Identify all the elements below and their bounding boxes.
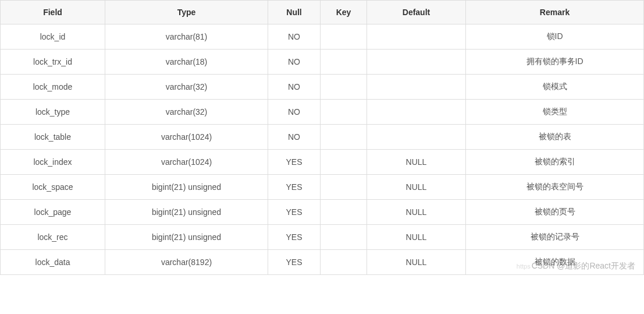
table-row: lock_data varchar(8192) YES NULL 被锁的数据	[1, 250, 644, 275]
cell-type: varchar(32)	[105, 100, 268, 125]
table-row: lock_mode varchar(32) NO 锁模式	[1, 75, 644, 100]
cell-field: lock_table	[1, 125, 105, 150]
cell-remark: 被锁的记录号	[466, 225, 644, 250]
table-row: lock_id varchar(81) NO 锁ID	[1, 24, 644, 50]
cell-field: lock_type	[1, 100, 105, 125]
cell-field: lock_mode	[1, 75, 105, 100]
cell-type: varchar(81)	[105, 24, 268, 50]
header-default: Default	[367, 1, 466, 24]
cell-remark: 被锁的索引	[466, 150, 644, 175]
header-key: Key	[321, 1, 367, 24]
cell-null: NO	[268, 75, 321, 100]
schema-table: Field Type Null Key Default Remark lock_…	[0, 0, 644, 275]
cell-default	[367, 24, 466, 50]
table-row: lock_space bigint(21) unsigned YES NULL …	[1, 175, 644, 200]
cell-key	[321, 125, 367, 150]
table-row: lock_page bigint(21) unsigned YES NULL 被…	[1, 200, 644, 225]
cell-null: YES	[268, 200, 321, 225]
cell-type: bigint(21) unsigned	[105, 175, 268, 200]
cell-default: NULL	[367, 250, 466, 275]
cell-key	[321, 50, 367, 75]
header-null: Null	[268, 1, 321, 24]
table-row: lock_table varchar(1024) NO 被锁的表	[1, 125, 644, 150]
cell-key	[321, 175, 367, 200]
table-body: lock_id varchar(81) NO 锁ID lock_trx_id v…	[1, 24, 644, 275]
cell-null: NO	[268, 100, 321, 125]
cell-field: lock_data	[1, 250, 105, 275]
table-row: lock_trx_id varchar(18) NO 拥有锁的事务ID	[1, 50, 644, 75]
cell-null: NO	[268, 50, 321, 75]
cell-key	[321, 24, 367, 50]
header-remark: Remark	[466, 1, 644, 24]
cell-null: NO	[268, 125, 321, 150]
cell-null: YES	[268, 175, 321, 200]
cell-type: bigint(21) unsigned	[105, 225, 268, 250]
table-header-row: Field Type Null Key Default Remark	[1, 1, 644, 24]
table-row: lock_type varchar(32) NO 锁类型	[1, 100, 644, 125]
cell-field: lock_rec	[1, 225, 105, 250]
cell-key	[321, 200, 367, 225]
cell-key	[321, 100, 367, 125]
cell-null: YES	[268, 150, 321, 175]
cell-remark: 拥有锁的事务ID	[466, 50, 644, 75]
cell-null: YES	[268, 225, 321, 250]
cell-type: varchar(1024)	[105, 150, 268, 175]
cell-null: YES	[268, 250, 321, 275]
cell-default	[367, 75, 466, 100]
cell-default: NULL	[367, 200, 466, 225]
cell-remark: 被锁的表	[466, 125, 644, 150]
cell-remark: 锁ID	[466, 24, 644, 50]
cell-remark: 被锁的数据	[466, 250, 644, 275]
cell-default: NULL	[367, 150, 466, 175]
cell-default	[367, 125, 466, 150]
cell-field: lock_index	[1, 150, 105, 175]
cell-default: NULL	[367, 175, 466, 200]
cell-field: lock_id	[1, 24, 105, 50]
cell-type: varchar(8192)	[105, 250, 268, 275]
table-row: lock_index varchar(1024) YES NULL 被锁的索引	[1, 150, 644, 175]
cell-remark: 锁类型	[466, 100, 644, 125]
cell-key	[321, 150, 367, 175]
cell-field: lock_page	[1, 200, 105, 225]
cell-key	[321, 75, 367, 100]
cell-remark: 被锁的页号	[466, 200, 644, 225]
cell-default	[367, 50, 466, 75]
header-field: Field	[1, 1, 105, 24]
header-type: Type	[105, 1, 268, 24]
cell-default: NULL	[367, 225, 466, 250]
cell-field: lock_space	[1, 175, 105, 200]
cell-remark: 锁模式	[466, 75, 644, 100]
cell-null: NO	[268, 24, 321, 50]
cell-type: bigint(21) unsigned	[105, 200, 268, 225]
cell-type: varchar(32)	[105, 75, 268, 100]
cell-key	[321, 225, 367, 250]
cell-field: lock_trx_id	[1, 50, 105, 75]
cell-type: varchar(1024)	[105, 125, 268, 150]
cell-type: varchar(18)	[105, 50, 268, 75]
table-row: lock_rec bigint(21) unsigned YES NULL 被锁…	[1, 225, 644, 250]
cell-remark: 被锁的表空间号	[466, 175, 644, 200]
cell-key	[321, 250, 367, 275]
cell-default	[367, 100, 466, 125]
